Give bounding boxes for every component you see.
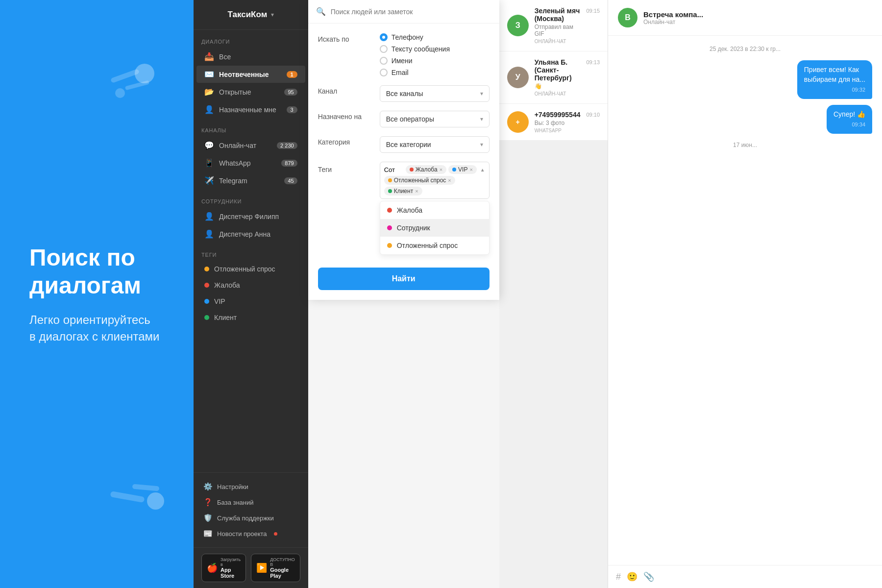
chat-view-avatar: В bbox=[618, 8, 637, 27]
hashtag-icon[interactable]: # bbox=[616, 572, 621, 582]
dialogs-section-label: ДИАЛОГИ bbox=[194, 30, 308, 48]
tag-vip-label: VIP bbox=[214, 297, 297, 305]
employee-avatar-icon-1: 👤 bbox=[204, 212, 214, 221]
tag-dot-vip bbox=[204, 299, 209, 304]
chat-avatar-1: З bbox=[507, 15, 529, 36]
message-2-text: Супер! 👍 bbox=[833, 110, 865, 120]
sidebar: ТаксиКом ▾ ДИАЛОГИ 📥 Все ✉️ Неотвеченные… bbox=[194, 0, 308, 588]
assigned-label: Назначено на bbox=[318, 111, 372, 121]
tag-client-label: Клиент bbox=[214, 314, 297, 321]
search-by-row: Искать по Телефону Тексту сообщения bbox=[318, 33, 490, 76]
tag-dot-complaint bbox=[204, 283, 209, 288]
date-divider-2: 17 июн... bbox=[618, 142, 872, 148]
sidebar-item-tag-vip[interactable]: VIP bbox=[196, 294, 305, 309]
sidebar-item-all-label: Все bbox=[219, 53, 297, 61]
folder-icon: 📂 bbox=[204, 87, 214, 97]
tag-dot-employee-dd bbox=[387, 225, 392, 230]
tag-dropdown-item-delayed[interactable]: Отложенный спрос bbox=[380, 237, 489, 254]
news-label: Новости проекта bbox=[217, 530, 267, 538]
tags-input[interactable] bbox=[384, 166, 404, 173]
search-by-label: Искать по bbox=[318, 33, 372, 43]
sidebar-item-employee-2[interactable]: 👤 Диспетчер Анна bbox=[196, 225, 305, 243]
telegram-badge: 45 bbox=[284, 177, 297, 184]
assigned-control: Все операторы ▾ bbox=[380, 111, 490, 127]
sidebar-item-tag-delayed[interactable]: Отложенный спрос bbox=[196, 261, 305, 277]
appstore-button[interactable]: 🍎 Загрузить в App Store bbox=[201, 554, 246, 582]
chat-list: З Зеленый мяч (Москва) Отправил вам GIF … bbox=[499, 0, 608, 141]
tags-label: Теги bbox=[318, 162, 372, 173]
category-label: Категория bbox=[318, 136, 372, 146]
sidebar-item-open[interactable]: 📂 Открытые 95 bbox=[196, 83, 305, 100]
main-area: 🔍 Искать по Телефону Тексту сообщения bbox=[308, 0, 608, 588]
chat-list-item-1[interactable]: З Зеленый мяч (Москва) Отправил вам GIF … bbox=[499, 0, 608, 51]
tag-dropdown: Жалоба Сотрудник Отложенный спрос bbox=[380, 201, 490, 255]
tag-chip-complaint-close[interactable]: × bbox=[440, 167, 442, 172]
sidebar-footer-support[interactable]: 🛡️ Служба поддержки bbox=[201, 510, 300, 526]
chat-icon: 💬 bbox=[204, 141, 214, 150]
chat-list-item-3[interactable]: + +74959995544 Вы: 3 фото WHATSAPP 09:10 bbox=[499, 104, 608, 141]
sidebar-item-tag-complaint[interactable]: Жалоба bbox=[196, 277, 305, 293]
radio-message-circle bbox=[380, 45, 388, 53]
chat-preview-1: Отправил вам GIF bbox=[535, 24, 581, 37]
sidebar-item-online-chat[interactable]: 💬 Онлайн-чат 2 230 bbox=[196, 137, 305, 154]
emoji-icon[interactable]: 🙂 bbox=[627, 571, 637, 582]
knowledge-label: База знаний bbox=[217, 499, 254, 506]
tags-control: Жалоба × VIP × ▲ bbox=[380, 162, 490, 255]
radio-phone[interactable]: Телефону bbox=[380, 33, 490, 41]
search-overlay: 🔍 Искать по Телефону Тексту сообщения bbox=[308, 0, 499, 300]
tag-dot-client bbox=[388, 189, 392, 193]
tag-dropdown-item-complaint[interactable]: Жалоба bbox=[380, 201, 489, 219]
sidebar-item-telegram[interactable]: ✈️ Telegram 45 bbox=[196, 172, 305, 189]
sidebar-footer-settings[interactable]: ⚙️ Настройки bbox=[201, 479, 300, 494]
googleplay-button[interactable]: ▶️ ДОСТУПНО В Google Play bbox=[251, 554, 300, 582]
search-button[interactable]: Найти bbox=[318, 268, 490, 290]
news-dot bbox=[274, 532, 277, 536]
sidebar-title: ТаксиКом bbox=[227, 10, 267, 20]
tag-dot-client bbox=[204, 315, 209, 320]
chat-header-status: Онлайн-чат bbox=[643, 19, 872, 25]
sidebar-item-all[interactable]: 📥 Все bbox=[196, 48, 305, 65]
sidebar-item-tag-client[interactable]: Клиент bbox=[196, 310, 305, 325]
channel-dropdown[interactable]: Все каналы ▾ bbox=[380, 85, 490, 102]
radio-email-circle bbox=[380, 69, 388, 76]
radio-email[interactable]: Email bbox=[380, 69, 490, 76]
search-input[interactable] bbox=[331, 8, 491, 16]
radio-options: Телефону Тексту сообщения Имени Ema bbox=[380, 33, 490, 76]
chat-list-item-2[interactable]: У Ульяна Б. (Санкт-Петербург) 👋 ОНЛАЙН-Ч… bbox=[499, 51, 608, 104]
radio-message[interactable]: Тексту сообщения bbox=[380, 45, 490, 53]
tags-field[interactable]: Жалоба × VIP × ▲ bbox=[380, 162, 490, 199]
sidebar-footer-news[interactable]: 📰 Новости проекта bbox=[201, 526, 300, 541]
tag-chip-delayed-close[interactable]: × bbox=[448, 177, 451, 183]
employees-section-label: СОТРУДНИКИ bbox=[194, 190, 308, 207]
sidebar-item-assigned[interactable]: 👤 Назначенные мне 3 bbox=[196, 101, 305, 118]
sidebar-footer-knowledge[interactable]: ❓ База знаний bbox=[201, 494, 300, 510]
chat-preview-3: Вы: 3 фото bbox=[535, 120, 581, 126]
inbox-icon: 📥 bbox=[204, 52, 214, 61]
radio-name[interactable]: Имени bbox=[380, 57, 490, 65]
tag-chip-vip-close[interactable]: × bbox=[469, 167, 472, 172]
assigned-value: Все операторы bbox=[386, 115, 434, 123]
search-input-row: 🔍 bbox=[308, 0, 499, 24]
online-chat-badge: 2 230 bbox=[277, 142, 297, 149]
radio-message-label: Тексту сообщения bbox=[392, 45, 450, 53]
assigned-dropdown[interactable]: Все операторы ▾ bbox=[380, 111, 490, 127]
tag-chip-client-close[interactable]: × bbox=[415, 188, 418, 194]
attachment-icon[interactable]: 📎 bbox=[643, 571, 654, 582]
tag-chip-complaint-label: Жалоба bbox=[416, 166, 438, 173]
tag-chip-delayed-label: Отложенный спрос bbox=[394, 177, 446, 184]
chat-info-1: Зеленый мяч (Москва) Отправил вам GIF ОН… bbox=[535, 7, 581, 44]
channel-control: Все каналы ▾ bbox=[380, 85, 490, 102]
sidebar-item-employee-1[interactable]: 👤 Диспетчер Филипп bbox=[196, 208, 305, 225]
sidebar-item-unanswered[interactable]: ✉️ Неотвеченные 1 bbox=[196, 66, 305, 83]
search-icon: 🔍 bbox=[316, 7, 326, 16]
app-store-buttons: 🍎 Загрузить в App Store ▶️ ДОСТУПНО В Go… bbox=[194, 547, 308, 588]
chat-avatar-2: У bbox=[507, 67, 529, 88]
assigned-arrow-icon: ▾ bbox=[480, 116, 483, 122]
online-chat-label: Онлайн-чат bbox=[219, 142, 272, 149]
category-dropdown[interactable]: Все категории ▾ bbox=[380, 136, 490, 153]
tags-row: Теги Жалоба × VIP bbox=[318, 162, 490, 255]
category-value: Все категории bbox=[386, 141, 431, 148]
sidebar-item-whatsapp[interactable]: 📱 WhatsApp 879 bbox=[196, 154, 305, 172]
tag-dropdown-item-employee[interactable]: Сотрудник bbox=[380, 219, 489, 237]
tags-second-row: Отложенный спрос × Клиент × bbox=[384, 176, 485, 196]
